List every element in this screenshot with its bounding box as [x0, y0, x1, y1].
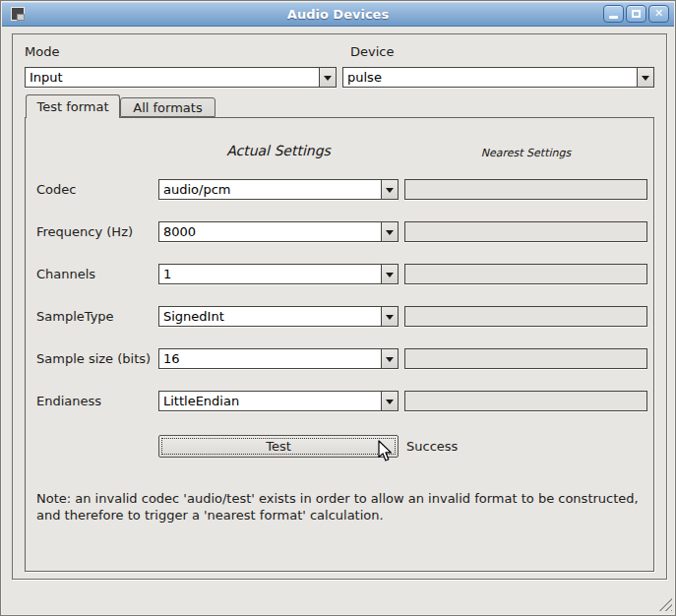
dropdown-arrow-icon — [381, 265, 398, 283]
titlebar[interactable]: Audio Devices ✕ — [2, 2, 674, 27]
mode-combobox-value: Input — [26, 68, 319, 87]
audio-devices-window: Audio Devices ✕ Mode Device Input pulse … — [0, 0, 676, 616]
codec-label: Codec — [36, 179, 76, 200]
codec-combobox[interactable]: audio/pcm — [158, 179, 399, 200]
codec-combobox-value: audio/pcm — [159, 180, 381, 199]
endianess-row: Endianess LittleEndian — [26, 391, 653, 411]
device-combobox-value: pulse — [343, 68, 637, 87]
window-controls: ✕ — [603, 5, 669, 23]
dropdown-arrow-icon — [381, 392, 398, 410]
frequency-row: Frequency (Hz) 8000 — [26, 221, 653, 242]
sampletype-nearest-field[interactable] — [404, 306, 647, 327]
frequency-label: Frequency (Hz) — [36, 221, 133, 242]
mouse-cursor-icon — [377, 440, 393, 462]
frequency-combobox-value: 8000 — [159, 222, 381, 241]
sampletype-combobox-value: SignedInt — [159, 307, 381, 326]
minimize-button[interactable] — [603, 5, 624, 23]
test-button[interactable]: Test — [158, 435, 399, 458]
window-title: Audio Devices — [2, 2, 674, 27]
dropdown-arrow-icon — [319, 68, 336, 87]
dropdown-arrow-icon — [381, 222, 398, 241]
maximize-icon — [632, 10, 641, 18]
endianess-combobox[interactable]: LittleEndian — [158, 391, 399, 411]
sampletype-combobox[interactable]: SignedInt — [158, 306, 399, 327]
samplesize-combobox-value: 16 — [159, 349, 381, 368]
resize-grip-icon[interactable] — [657, 596, 672, 611]
device-label: Device — [350, 44, 394, 59]
channels-label: Channels — [36, 264, 95, 284]
mode-combobox[interactable]: Input — [25, 67, 337, 88]
tab-all-formats[interactable]: All formats — [120, 97, 215, 117]
note-text: Note: an invalid codec 'audio/test' exis… — [36, 490, 645, 524]
nearest-settings-header: Nearest Settings — [404, 147, 647, 159]
actual-settings-header: Actual Settings — [158, 143, 399, 158]
channels-row: Channels 1 — [26, 264, 653, 284]
close-button[interactable]: ✕ — [648, 5, 669, 23]
test-result-label: Success — [406, 435, 458, 458]
dropdown-arrow-icon — [381, 180, 398, 199]
tab-test-format[interactable]: Test format — [26, 94, 120, 118]
close-icon: ✕ — [654, 6, 663, 22]
dropdown-arrow-icon — [381, 349, 398, 368]
sampletype-label: SampleType — [36, 306, 114, 327]
samplesize-nearest-field[interactable] — [404, 348, 647, 369]
samplesize-row: Sample size (bits) 16 — [26, 348, 653, 369]
samplesize-combobox[interactable]: 16 — [158, 348, 399, 369]
maximize-button[interactable] — [626, 5, 646, 23]
channels-nearest-field[interactable] — [404, 264, 647, 284]
sampletype-row: SampleType SignedInt — [26, 306, 653, 327]
dropdown-arrow-icon — [381, 307, 398, 326]
endianess-nearest-field[interactable] — [404, 391, 647, 411]
frequency-nearest-field[interactable] — [404, 221, 647, 242]
channels-combobox[interactable]: 1 — [158, 264, 399, 284]
codec-nearest-field[interactable] — [404, 179, 647, 200]
device-combobox[interactable]: pulse — [342, 67, 654, 88]
minimize-icon — [609, 16, 618, 19]
content-frame: Mode Device Input pulse Test format All … — [12, 33, 667, 580]
channels-combobox-value: 1 — [159, 265, 381, 283]
dropdown-arrow-icon — [637, 68, 653, 87]
samplesize-label: Sample size (bits) — [36, 348, 151, 369]
endianess-label: Endianess — [36, 391, 101, 411]
endianess-combobox-value: LittleEndian — [159, 392, 381, 410]
mode-label: Mode — [25, 44, 59, 59]
codec-row: Codec audio/pcm — [26, 179, 653, 200]
frequency-combobox[interactable]: 8000 — [158, 221, 399, 242]
test-format-panel: Actual Settings Nearest Settings Codec a… — [25, 117, 654, 572]
